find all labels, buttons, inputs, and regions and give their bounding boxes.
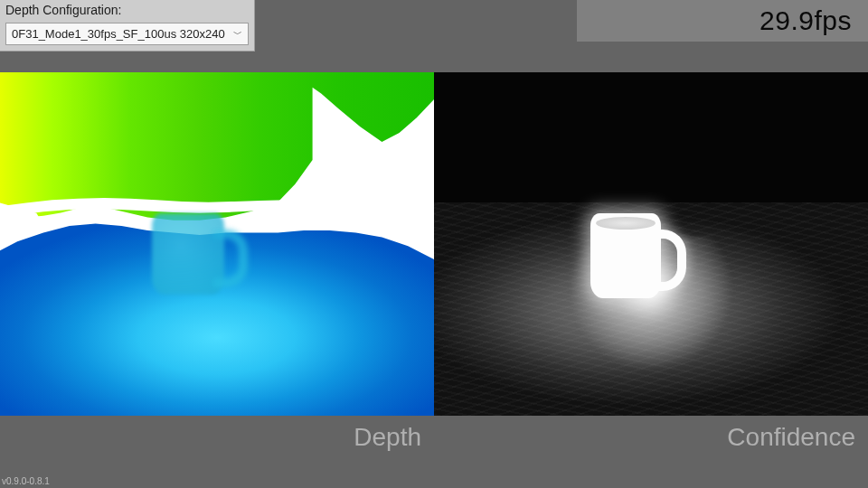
depth-config-title: Depth Configuration: xyxy=(0,0,254,17)
version-stamp: v0.9.0-0.8.1 xyxy=(2,476,50,486)
chevron-down-icon: ﹀ xyxy=(233,30,242,39)
fps-value: 29.9fps xyxy=(760,5,852,36)
fps-readout: 29.9fps xyxy=(577,0,868,42)
depth-label: Depth xyxy=(0,416,434,459)
depth-config-select[interactable]: 0F31_Mode1_30fps_SF_100us 320x240 ﹀ xyxy=(5,23,249,45)
depth-config-panel: Depth Configuration: 0F31_Mode1_30fps_SF… xyxy=(0,0,255,52)
confidence-label: Confidence xyxy=(434,416,868,459)
depth-view xyxy=(0,72,434,416)
confidence-view xyxy=(434,72,868,416)
viewport-row xyxy=(0,72,868,416)
confidence-mug xyxy=(590,213,661,298)
depth-mug xyxy=(152,213,224,295)
view-labels-row: Depth Confidence xyxy=(0,416,868,459)
depth-config-selected-value: 0F31_Mode1_30fps_SF_100us 320x240 xyxy=(12,27,225,41)
